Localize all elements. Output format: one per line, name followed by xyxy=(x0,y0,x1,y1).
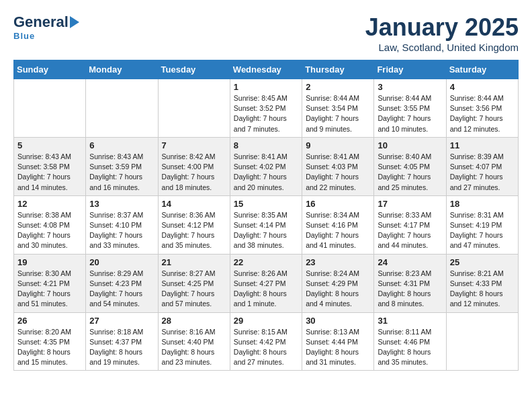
weekday-header: Tuesday xyxy=(158,60,230,79)
day-number: 19 xyxy=(17,257,82,267)
day-number: 5 xyxy=(17,140,82,150)
calendar-cell: 3Sunrise: 8:44 AM Sunset: 3:55 PM Daylig… xyxy=(374,79,446,138)
calendar-cell: 4Sunrise: 8:44 AM Sunset: 3:56 PM Daylig… xyxy=(446,79,518,138)
day-info: Sunrise: 8:30 AM Sunset: 4:21 PM Dayligh… xyxy=(17,269,82,310)
day-info: Sunrise: 8:42 AM Sunset: 4:00 PM Dayligh… xyxy=(162,152,226,193)
calendar-cell: 11Sunrise: 8:39 AM Sunset: 4:07 PM Dayli… xyxy=(446,137,518,195)
day-number: 18 xyxy=(450,199,515,209)
day-info: Sunrise: 8:11 AM Sunset: 4:46 PM Dayligh… xyxy=(378,327,442,368)
day-info: Sunrise: 8:44 AM Sunset: 3:56 PM Dayligh… xyxy=(450,93,515,134)
calendar-cell: 30Sunrise: 8:13 AM Sunset: 4:44 PM Dayli… xyxy=(302,312,374,371)
calendar-week-row: 12Sunrise: 8:38 AM Sunset: 4:08 PM Dayli… xyxy=(14,195,519,254)
day-number: 22 xyxy=(234,257,298,267)
calendar-cell: 23Sunrise: 8:24 AM Sunset: 4:29 PM Dayli… xyxy=(302,254,374,312)
calendar-cell xyxy=(86,79,158,138)
day-number: 20 xyxy=(89,257,154,267)
day-info: Sunrise: 8:39 AM Sunset: 4:07 PM Dayligh… xyxy=(450,152,515,193)
calendar-cell: 31Sunrise: 8:11 AM Sunset: 4:46 PM Dayli… xyxy=(374,312,446,371)
title-section: January 2025 Law, Scotland, United Kingd… xyxy=(365,13,519,53)
day-info: Sunrise: 8:37 AM Sunset: 4:10 PM Dayligh… xyxy=(89,210,154,251)
day-number: 31 xyxy=(378,316,442,326)
day-info: Sunrise: 8:15 AM Sunset: 4:42 PM Dayligh… xyxy=(234,327,298,368)
day-info: Sunrise: 8:13 AM Sunset: 4:44 PM Dayligh… xyxy=(306,327,370,368)
day-info: Sunrise: 8:45 AM Sunset: 3:52 PM Dayligh… xyxy=(234,93,298,134)
day-info: Sunrise: 8:38 AM Sunset: 4:08 PM Dayligh… xyxy=(17,210,82,251)
calendar-cell: 15Sunrise: 8:35 AM Sunset: 4:14 PM Dayli… xyxy=(230,195,302,254)
day-info: Sunrise: 8:34 AM Sunset: 4:16 PM Dayligh… xyxy=(306,210,370,251)
calendar-cell xyxy=(14,79,86,138)
weekday-header: Sunday xyxy=(14,60,86,79)
calendar-cell: 9Sunrise: 8:41 AM Sunset: 4:03 PM Daylig… xyxy=(302,137,374,195)
calendar-cell: 12Sunrise: 8:38 AM Sunset: 4:08 PM Dayli… xyxy=(14,195,86,254)
day-info: Sunrise: 8:41 AM Sunset: 4:02 PM Dayligh… xyxy=(234,152,298,193)
day-info: Sunrise: 8:24 AM Sunset: 4:29 PM Dayligh… xyxy=(306,269,370,310)
day-number: 12 xyxy=(17,199,82,209)
calendar-cell: 27Sunrise: 8:18 AM Sunset: 4:37 PM Dayli… xyxy=(86,312,158,371)
svg-marker-0 xyxy=(70,16,79,28)
calendar-week-row: 5Sunrise: 8:43 AM Sunset: 3:58 PM Daylig… xyxy=(14,137,519,195)
calendar-cell: 6Sunrise: 8:43 AM Sunset: 3:59 PM Daylig… xyxy=(86,137,158,195)
day-info: Sunrise: 8:44 AM Sunset: 3:54 PM Dayligh… xyxy=(306,93,370,134)
calendar-cell: 19Sunrise: 8:30 AM Sunset: 4:21 PM Dayli… xyxy=(14,254,86,312)
day-number: 23 xyxy=(306,257,370,267)
calendar: SundayMondayTuesdayWednesdayThursdayFrid… xyxy=(13,60,519,371)
day-info: Sunrise: 8:23 AM Sunset: 4:31 PM Dayligh… xyxy=(378,269,442,310)
day-number: 6 xyxy=(89,140,154,150)
day-info: Sunrise: 8:16 AM Sunset: 4:40 PM Dayligh… xyxy=(162,327,226,368)
day-info: Sunrise: 8:29 AM Sunset: 4:23 PM Dayligh… xyxy=(89,269,154,310)
logo-general: General xyxy=(13,13,69,31)
day-info: Sunrise: 8:27 AM Sunset: 4:25 PM Dayligh… xyxy=(162,269,226,310)
day-info: Sunrise: 8:20 AM Sunset: 4:35 PM Dayligh… xyxy=(17,327,82,368)
logo-subtitle: Blue xyxy=(13,31,35,41)
day-number: 3 xyxy=(378,82,442,92)
day-number: 1 xyxy=(234,82,298,92)
calendar-cell: 8Sunrise: 8:41 AM Sunset: 4:02 PM Daylig… xyxy=(230,137,302,195)
calendar-cell xyxy=(446,312,518,371)
calendar-cell: 10Sunrise: 8:40 AM Sunset: 4:05 PM Dayli… xyxy=(374,137,446,195)
day-number: 21 xyxy=(162,257,226,267)
weekday-header: Wednesday xyxy=(230,60,302,79)
logo: General Blue xyxy=(13,13,79,41)
day-number: 11 xyxy=(450,140,515,150)
logo-icon xyxy=(70,16,79,28)
day-number: 25 xyxy=(450,257,515,267)
weekday-header: Friday xyxy=(374,60,446,79)
day-number: 8 xyxy=(234,140,298,150)
calendar-header-row: SundayMondayTuesdayWednesdayThursdayFrid… xyxy=(14,60,519,79)
day-info: Sunrise: 8:21 AM Sunset: 4:33 PM Dayligh… xyxy=(450,269,515,310)
day-info: Sunrise: 8:36 AM Sunset: 4:12 PM Dayligh… xyxy=(162,210,226,251)
day-info: Sunrise: 8:41 AM Sunset: 4:03 PM Dayligh… xyxy=(306,152,370,193)
location: Law, Scotland, United Kingdom xyxy=(365,42,519,53)
calendar-week-row: 19Sunrise: 8:30 AM Sunset: 4:21 PM Dayli… xyxy=(14,254,519,312)
page-header: General Blue January 2025 Law, Scotland,… xyxy=(13,13,519,53)
calendar-cell: 29Sunrise: 8:15 AM Sunset: 4:42 PM Dayli… xyxy=(230,312,302,371)
calendar-cell: 1Sunrise: 8:45 AM Sunset: 3:52 PM Daylig… xyxy=(230,79,302,138)
calendar-week-row: 26Sunrise: 8:20 AM Sunset: 4:35 PM Dayli… xyxy=(14,312,519,371)
month-title: January 2025 xyxy=(365,13,519,42)
calendar-cell: 26Sunrise: 8:20 AM Sunset: 4:35 PM Dayli… xyxy=(14,312,86,371)
logo-text: General xyxy=(13,13,79,31)
calendar-cell: 2Sunrise: 8:44 AM Sunset: 3:54 PM Daylig… xyxy=(302,79,374,138)
weekday-header: Thursday xyxy=(302,60,374,79)
calendar-cell: 18Sunrise: 8:31 AM Sunset: 4:19 PM Dayli… xyxy=(446,195,518,254)
day-number: 16 xyxy=(306,199,370,209)
day-info: Sunrise: 8:35 AM Sunset: 4:14 PM Dayligh… xyxy=(234,210,298,251)
day-number: 14 xyxy=(162,199,226,209)
day-number: 28 xyxy=(162,316,226,326)
day-info: Sunrise: 8:26 AM Sunset: 4:27 PM Dayligh… xyxy=(234,269,298,310)
calendar-cell: 14Sunrise: 8:36 AM Sunset: 4:12 PM Dayli… xyxy=(158,195,230,254)
day-number: 17 xyxy=(378,199,442,209)
weekday-header: Saturday xyxy=(446,60,518,79)
day-number: 26 xyxy=(17,316,82,326)
weekday-header: Monday xyxy=(86,60,158,79)
calendar-week-row: 1Sunrise: 8:45 AM Sunset: 3:52 PM Daylig… xyxy=(14,79,519,138)
day-info: Sunrise: 8:31 AM Sunset: 4:19 PM Dayligh… xyxy=(450,210,515,251)
calendar-cell: 25Sunrise: 8:21 AM Sunset: 4:33 PM Dayli… xyxy=(446,254,518,312)
day-info: Sunrise: 8:33 AM Sunset: 4:17 PM Dayligh… xyxy=(378,210,442,251)
calendar-cell: 24Sunrise: 8:23 AM Sunset: 4:31 PM Dayli… xyxy=(374,254,446,312)
day-info: Sunrise: 8:40 AM Sunset: 4:05 PM Dayligh… xyxy=(378,152,442,193)
day-number: 7 xyxy=(162,140,226,150)
day-number: 15 xyxy=(234,199,298,209)
calendar-cell: 5Sunrise: 8:43 AM Sunset: 3:58 PM Daylig… xyxy=(14,137,86,195)
day-number: 24 xyxy=(378,257,442,267)
